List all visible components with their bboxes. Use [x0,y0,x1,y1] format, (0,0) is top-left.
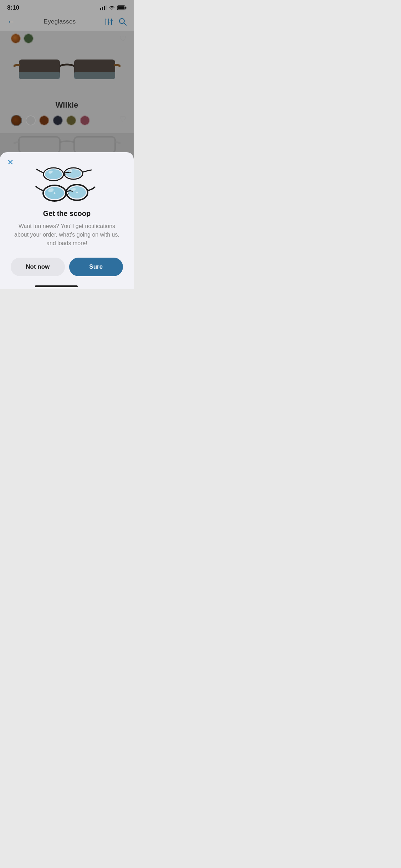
modal-overlay: ✕ [0,0,134,289]
svg-point-23 [45,169,62,179]
svg-point-24 [66,169,81,178]
modal-sheet: ✕ [0,152,134,289]
modal-close-button[interactable]: ✕ [7,159,14,166]
modal-body: Want fun news? You'll get notifications … [11,222,123,248]
home-indicator [0,282,112,289]
glasses-illustration-svg [35,163,99,204]
modal-icon-area [11,163,123,204]
home-bar [35,285,78,287]
modal-title: Get the scoop [11,210,123,218]
svg-point-33 [53,192,55,194]
not-now-button[interactable]: Not now [11,258,65,276]
modal-buttons: Not now Sure [11,258,123,276]
sure-button[interactable]: Sure [69,258,123,276]
svg-point-34 [76,192,78,193]
